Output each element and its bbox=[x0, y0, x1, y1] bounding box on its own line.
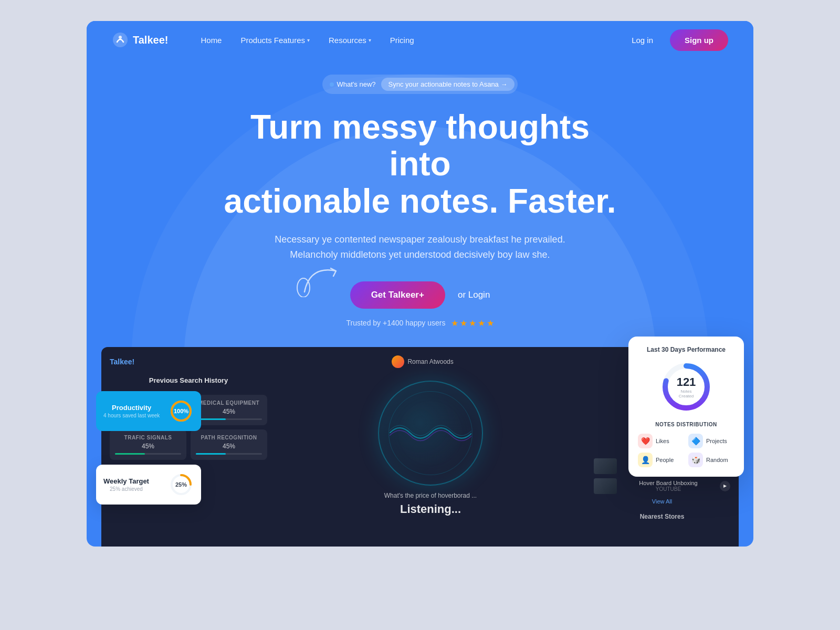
path-label: PATH RECOGNITION bbox=[196, 435, 262, 440]
logo-area[interactable]: Talkee! bbox=[112, 32, 168, 48]
people-label: People bbox=[656, 457, 674, 463]
perf-card-title: Last 30 Days Performance bbox=[638, 346, 734, 353]
random-label: Random bbox=[706, 457, 728, 463]
video-title-2: Hover Board Unboxing bbox=[621, 480, 716, 486]
nearest-stores-title: Nearest Stores bbox=[594, 513, 730, 520]
notes-item-likes: ❤️ Likes bbox=[638, 434, 684, 448]
wave-svg bbox=[390, 402, 472, 464]
gauge-area: 121 Notes Created bbox=[638, 361, 734, 413]
gauge-circle: 121 Notes Created bbox=[660, 361, 712, 413]
path-card: PATH RECOGNITION 45% bbox=[191, 429, 267, 460]
video-thumb-1 bbox=[594, 458, 617, 474]
hero-title: Turn messy thoughts into actionable note… bbox=[215, 109, 625, 219]
video-item-2[interactable]: Hover Board Unboxing YOUTUBE ▶ bbox=[594, 478, 730, 494]
navbar: Talkee! Home Products Features ▾ Resourc… bbox=[87, 21, 753, 59]
notes-item-people: 👤 People bbox=[638, 453, 684, 467]
projects-label: Projects bbox=[706, 438, 727, 444]
get-talkeer-button[interactable]: Get Talkeer+ bbox=[350, 281, 445, 309]
medical-bar bbox=[196, 418, 262, 420]
star-2: ★ bbox=[460, 318, 467, 328]
sphere-visual bbox=[378, 381, 483, 486]
dash-center-panel: What's the price of hoverborad ... Liste… bbox=[276, 376, 585, 520]
path-bar bbox=[196, 453, 262, 455]
weekly-value: 25% bbox=[175, 481, 187, 488]
random-icon: 🎲 bbox=[688, 453, 703, 467]
star-3: ★ bbox=[469, 318, 476, 328]
login-button[interactable]: Log in bbox=[623, 32, 662, 49]
hero-cta-row: Get Talkeer+ or Login bbox=[112, 281, 728, 309]
dash-avatar bbox=[392, 355, 404, 368]
hero-section: What's new? Sync your actionable notes t… bbox=[87, 59, 753, 547]
whats-new-badge[interactable]: What's new? Sync your actionable notes t… bbox=[322, 75, 518, 94]
performance-card: Last 30 Days Performance bbox=[628, 337, 744, 477]
search-history-title: Previous Search History bbox=[110, 376, 267, 384]
play-button-2[interactable]: ▶ bbox=[720, 481, 730, 491]
prod-circle: 100% bbox=[169, 398, 194, 424]
path-value: 45% bbox=[196, 443, 262, 450]
nav-links: Home Products Features ▾ Resources ▾ Pri… bbox=[193, 32, 623, 49]
dashboard-preview: Last 30 Days Performance bbox=[101, 347, 739, 547]
signup-button[interactable]: Sign up bbox=[670, 29, 728, 51]
logo-text: Talkee! bbox=[133, 34, 168, 46]
video-thumb-2 bbox=[594, 478, 617, 494]
nav-pricing[interactable]: Pricing bbox=[383, 32, 422, 49]
view-all-videos-link[interactable]: View All bbox=[594, 498, 730, 505]
people-icon: 👤 bbox=[638, 453, 653, 467]
star-rating: ★ ★ ★ ★ ★ bbox=[451, 318, 494, 328]
sphere-caption: What's the price of hoverborad ... bbox=[384, 492, 477, 499]
arrow-deco-icon bbox=[294, 255, 357, 297]
gauge-label: Notes Created bbox=[673, 389, 699, 398]
weekly-title: Weekly Target bbox=[103, 477, 149, 485]
svg-point-2 bbox=[297, 278, 310, 297]
traffic-label: TRAFIC SIGNALS bbox=[115, 435, 181, 440]
gauge-value: 121 Notes Created bbox=[673, 375, 699, 398]
star-5: ★ bbox=[487, 318, 494, 328]
nav-actions: Log in Sign up bbox=[623, 29, 728, 51]
logo-icon bbox=[112, 32, 129, 48]
notes-item-projects: 🔷 Projects bbox=[688, 434, 734, 448]
badge-dot-icon bbox=[330, 82, 334, 87]
video-source-2: YOUTUBE bbox=[621, 486, 716, 492]
nav-home[interactable]: Home bbox=[193, 32, 229, 49]
notes-item-random: 🎲 Random bbox=[688, 453, 734, 467]
nav-resources[interactable]: Resources ▾ bbox=[321, 32, 379, 49]
medical-label: MEDICAL EQUIPMENT bbox=[196, 400, 262, 406]
badge-cta[interactable]: Sync your actionable notes to Asana → bbox=[381, 78, 515, 91]
nav-products[interactable]: Products Features ▾ bbox=[233, 32, 317, 49]
medical-value: 45% bbox=[196, 408, 262, 415]
star-1: ★ bbox=[451, 318, 458, 328]
weekly-row: Weekly Target 25% achieved 25% bbox=[103, 472, 194, 497]
productivity-card: Productivity 4 hours saved last week 100… bbox=[96, 391, 201, 431]
weekly-sub: 25% achieved bbox=[103, 486, 149, 492]
prod-value: 100% bbox=[174, 408, 188, 414]
path-bar-fill bbox=[196, 453, 226, 455]
dash-logo: Talkee! bbox=[110, 358, 134, 366]
star-4: ★ bbox=[478, 318, 485, 328]
prod-title: Productivity bbox=[103, 404, 160, 412]
prod-sub: 4 hours saved last week bbox=[103, 413, 160, 418]
traffic-value: 45% bbox=[115, 443, 181, 450]
badge-label: What's new? bbox=[330, 80, 376, 88]
traffic-bar-fill bbox=[115, 453, 145, 455]
traffic-bar bbox=[115, 453, 181, 455]
traffic-card: TRAFIC SIGNALS 45% bbox=[110, 429, 186, 460]
weekly-circle: 25% bbox=[169, 472, 194, 497]
trust-text: Trusted by +1400 happy users bbox=[346, 319, 446, 327]
or-login-link[interactable]: or Login bbox=[458, 290, 490, 300]
likes-label: Likes bbox=[656, 438, 669, 444]
medical-card: MEDICAL EQUIPMENT 45% bbox=[191, 395, 267, 425]
products-chevron-icon: ▾ bbox=[307, 37, 310, 43]
weekly-info: Weekly Target 25% achieved bbox=[103, 477, 149, 492]
notes-grid: ❤️ Likes 🔷 Projects 👤 People 🎲 Random bbox=[638, 434, 734, 467]
page-wrapper: Talkee! Home Products Features ▾ Resourc… bbox=[87, 21, 753, 547]
dash-user: Roman Atwoods bbox=[392, 355, 453, 368]
projects-icon: 🔷 bbox=[688, 434, 703, 448]
prod-info: Productivity 4 hours saved last week bbox=[103, 404, 160, 418]
gauge-number: 121 bbox=[673, 375, 699, 389]
hero-content: What's new? Sync your actionable notes t… bbox=[112, 75, 728, 328]
trust-row: Trusted by +1400 happy users ★ ★ ★ ★ ★ bbox=[112, 318, 728, 328]
notes-dist-title: NOTES DISTRIBUTION bbox=[638, 422, 734, 427]
weekly-target-card: Weekly Target 25% achieved 25% bbox=[96, 465, 201, 505]
listening-text: Listening... bbox=[400, 502, 461, 516]
likes-icon: ❤️ bbox=[638, 434, 653, 448]
